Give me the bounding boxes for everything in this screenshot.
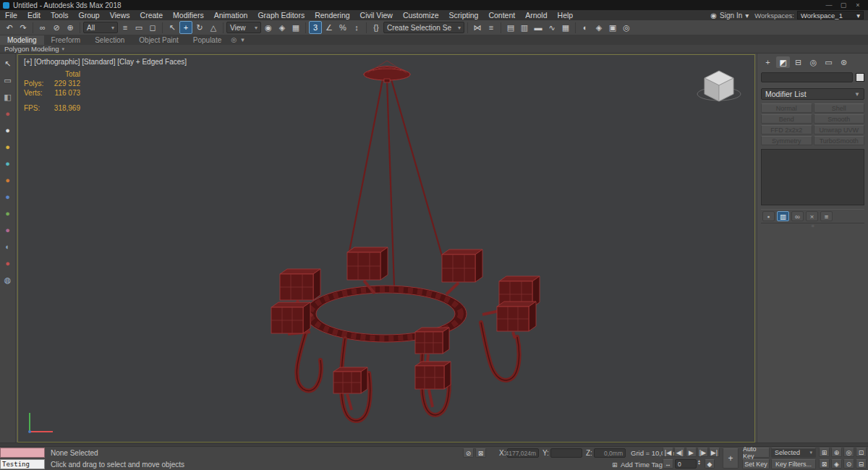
- motion-tab-icon[interactable]: ◎: [807, 56, 820, 68]
- toggle-layer-explorer-icon[interactable]: ▥: [518, 21, 531, 34]
- display-tab-icon[interactable]: ▭: [822, 56, 835, 68]
- select-by-name-icon[interactable]: ≡: [119, 21, 132, 34]
- previous-frame-button[interactable]: ◀|: [674, 448, 685, 457]
- menu-help[interactable]: Help: [553, 10, 579, 20]
- named-selection-set-combo[interactable]: Create Selection Se ▾: [383, 22, 464, 33]
- time-configuration-icon[interactable]: ↔: [663, 459, 673, 469]
- left-tool-13-icon[interactable]: ◍: [2, 274, 14, 286]
- tab-freeform[interactable]: Freeform: [44, 35, 88, 45]
- left-tool-11-icon[interactable]: ◐: [2, 241, 14, 252]
- left-tool-4-icon[interactable]: ●: [2, 124, 14, 136]
- modifier-list-dropdown[interactable]: Modifier List ▼: [761, 88, 864, 100]
- selection-lock-icon[interactable]: ⊠: [475, 448, 486, 458]
- left-tool-2-icon[interactable]: ◧: [2, 91, 14, 103]
- zoom-icon[interactable]: ⊞: [819, 448, 830, 457]
- tab-populate[interactable]: Populate: [186, 35, 229, 45]
- redo-icon[interactable]: ↷: [17, 21, 30, 34]
- key-mode-dropdown[interactable]: Selected ▾: [771, 448, 816, 458]
- menu-scripting[interactable]: Scripting: [444, 10, 484, 20]
- left-tool-1-icon[interactable]: ▭: [2, 74, 14, 86]
- workspace-select[interactable]: Workspace_1 ▾: [797, 11, 864, 20]
- select-cursor-icon[interactable]: ↖: [2, 58, 14, 69]
- percent-snap-icon[interactable]: %: [336, 21, 349, 34]
- tab-selection[interactable]: Selection: [88, 35, 132, 45]
- remove-modifier-icon[interactable]: ×: [806, 211, 818, 221]
- menu-rendering[interactable]: Rendering: [310, 10, 354, 20]
- toggle-scene-explorer-icon[interactable]: ▤: [504, 21, 517, 34]
- dope-sheet-icon[interactable]: ▦: [559, 21, 572, 34]
- left-tool-6-icon[interactable]: ●: [2, 158, 14, 169]
- add-time-tag[interactable]: Add Time Tag: [621, 460, 663, 470]
- modifier-button-smooth[interactable]: Smooth: [814, 114, 865, 124]
- menu-arnold[interactable]: Arnold: [520, 10, 552, 20]
- maximize-viewport-toggle-icon[interactable]: ⊟: [856, 459, 867, 469]
- make-unique-icon[interactable]: ∞: [791, 211, 804, 221]
- x-coordinate-field[interactable]: 4177,024m: [507, 448, 539, 458]
- modify-tab-icon[interactable]: ◩: [776, 56, 790, 68]
- select-and-scale-icon[interactable]: △: [207, 21, 220, 34]
- render-production-icon[interactable]: ◎: [620, 21, 633, 34]
- left-tool-8-icon[interactable]: ●: [2, 191, 14, 202]
- configure-modifier-sets-icon[interactable]: ≡: [820, 211, 833, 221]
- ribbon-minimize-icon[interactable]: ▾: [239, 35, 247, 45]
- utilities-tab-icon[interactable]: ⊛: [837, 56, 851, 68]
- auto-key-button[interactable]: Auto Key: [742, 448, 770, 458]
- rollout-grip[interactable]: ≡: [760, 223, 866, 228]
- snaps-toggle-icon[interactable]: 3: [309, 21, 322, 34]
- rectangular-selection-region-icon[interactable]: ▭: [132, 21, 145, 34]
- modifier-stack-list[interactable]: [761, 149, 864, 205]
- keyboard-shortcut-override-toggle[interactable]: +: [723, 448, 739, 469]
- polygon-modeling-panel[interactable]: Polygon Modeling: [4, 45, 59, 53]
- menu-tools[interactable]: Tools: [46, 10, 74, 20]
- play-button[interactable]: ▶: [686, 448, 697, 457]
- pan-icon[interactable]: ⊠: [819, 459, 830, 469]
- create-tab-icon[interactable]: +: [761, 56, 775, 68]
- left-tool-7-icon[interactable]: ●: [2, 174, 14, 186]
- minimize-button[interactable]: —: [822, 1, 836, 9]
- show-end-result-icon[interactable]: ▥: [777, 211, 789, 221]
- left-tool-10-icon[interactable]: ●: [2, 224, 14, 236]
- current-frame-field[interactable]: 0: [675, 459, 697, 469]
- spinner-snap-icon[interactable]: ↕: [350, 21, 363, 34]
- menu-views[interactable]: Views: [105, 10, 135, 20]
- maxscript-macro-recorder-field[interactable]: [0, 448, 45, 458]
- use-pivot-point-center-icon[interactable]: ◉: [262, 21, 275, 34]
- isolate-selection-icon[interactable]: ⊘: [463, 448, 474, 458]
- selection-filter-dropdown[interactable]: All ▾: [83, 22, 118, 33]
- rendered-frame-window-icon[interactable]: ▣: [606, 21, 619, 34]
- zoom-all-icon[interactable]: ⊕: [831, 448, 842, 457]
- select-and-link-icon[interactable]: ∞: [36, 21, 49, 34]
- menu-edit[interactable]: Edit: [22, 10, 46, 20]
- modifier-button-unwrap-uvw[interactable]: Unwrap UVW: [814, 125, 865, 134]
- unlink-selection-icon[interactable]: ⊘: [50, 21, 63, 34]
- orbit-icon[interactable]: ◈: [831, 459, 842, 469]
- reference-coordinate-dropdown[interactable]: View ▾: [226, 22, 261, 33]
- curve-editor-icon[interactable]: ∿: [545, 21, 558, 34]
- menu-customize[interactable]: Customize: [398, 10, 444, 20]
- menu-create[interactable]: Create: [135, 10, 169, 20]
- tab-object-paint[interactable]: Object Paint: [132, 35, 185, 45]
- y-coordinate-field[interactable]: [550, 448, 582, 458]
- modifier-button-normal[interactable]: Normal: [761, 103, 812, 113]
- menu-group[interactable]: Group: [74, 10, 105, 20]
- menu-civil-view[interactable]: Civil View: [355, 10, 398, 20]
- undo-icon[interactable]: ↶: [3, 21, 16, 34]
- field-of-view-icon[interactable]: ⊡: [856, 448, 867, 457]
- window-crossing-icon[interactable]: ◻: [146, 21, 159, 34]
- angle-snap-icon[interactable]: ∠: [323, 21, 336, 34]
- zoom-region-icon[interactable]: ⊙: [843, 459, 854, 469]
- menu-file[interactable]: File: [0, 10, 22, 20]
- menu-graph-editors[interactable]: Graph Editors: [252, 10, 310, 20]
- left-tool-12-icon[interactable]: ●: [2, 257, 14, 269]
- modifier-button-bend[interactable]: Bend: [761, 114, 812, 124]
- next-frame-button[interactable]: |▶: [697, 448, 708, 457]
- material-editor-icon[interactable]: ◐: [579, 21, 592, 34]
- keyboard-shortcut-override-icon[interactable]: ▦: [289, 21, 302, 34]
- modifier-button-symmetry[interactable]: Symmetry: [761, 136, 812, 145]
- maxscript-listener-field[interactable]: Testing for: [0, 459, 45, 469]
- bind-to-space-warp-icon[interactable]: ⊕: [64, 21, 77, 34]
- menu-modifiers[interactable]: Modifiers: [168, 10, 209, 20]
- menu-animation[interactable]: Animation: [209, 10, 253, 20]
- maximize-button[interactable]: ▢: [836, 1, 851, 9]
- go-to-end-button[interactable]: ▶|: [709, 448, 720, 457]
